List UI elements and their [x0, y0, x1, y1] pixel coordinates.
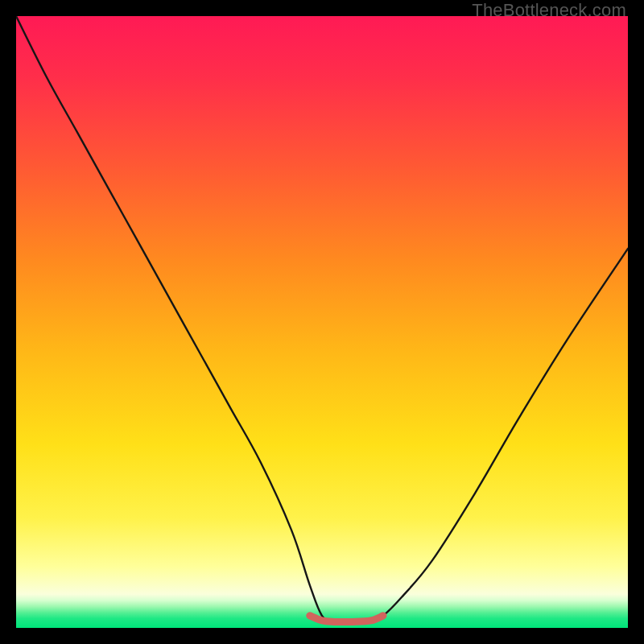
optimal-flat-segment — [310, 616, 383, 622]
chart-plot-layer — [16, 16, 628, 628]
chart-frame — [16, 16, 628, 628]
watermark-text: TheBottleneck.com — [472, 0, 626, 21]
bottleneck-curve — [16, 16, 628, 622]
